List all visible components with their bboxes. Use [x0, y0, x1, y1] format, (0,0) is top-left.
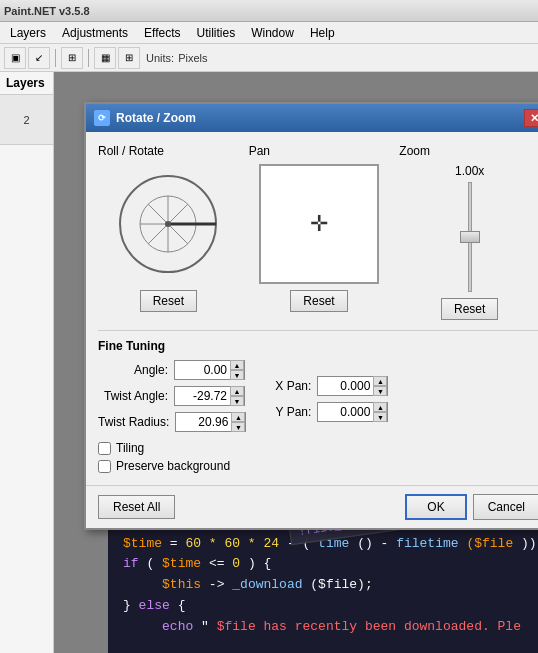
right-field-group: X Pan: ▲ ▼ — [266, 359, 388, 433]
dialog-icon: ⟳ — [94, 110, 110, 126]
menu-bar: Layers Adjustments Effects Utilities Win… — [0, 22, 538, 44]
angle-spin-up[interactable]: ▲ — [230, 360, 244, 370]
roll-rotate-label: Roll / Rotate — [98, 144, 164, 158]
layers-panel: Layers 2 — [0, 72, 54, 653]
dialog-title-bar: ⟳ Rotate / Zoom ✕ — [86, 104, 538, 132]
tiling-checkbox[interactable] — [98, 442, 111, 455]
layer-item-2[interactable]: 2 — [0, 95, 53, 145]
toolbar-sep-1 — [55, 49, 56, 67]
x-pan-label: X Pan: — [266, 379, 311, 393]
angle-input[interactable] — [175, 361, 230, 379]
toolbar-btn-grid[interactable]: ▦ — [94, 47, 116, 69]
preserve-bg-label: Preserve background — [116, 459, 230, 473]
twist-radius-input[interactable] — [176, 413, 231, 431]
menu-utilities[interactable]: Utilities — [189, 24, 244, 42]
x-pan-spin-up[interactable]: ▲ — [373, 376, 387, 386]
zoom-slider-container[interactable] — [456, 182, 484, 292]
toolbar: ▣ ↙ ⊞ ▦ ⊞ Units: Pixels — [0, 44, 538, 72]
dialog-close-button[interactable]: ✕ — [524, 109, 538, 127]
twist-angle-row: Twist Angle: ▲ ▼ — [98, 385, 246, 407]
pan-section: Pan ✛ Reset — [249, 144, 390, 320]
dialog-footer: Reset All OK Cancel — [86, 485, 538, 528]
angle-spin: ▲ ▼ — [230, 360, 244, 380]
app-title: Paint.NET v3.5.8 — [4, 5, 90, 17]
toolbar-btn-1[interactable]: ▣ — [4, 47, 26, 69]
rotate-circle-container[interactable] — [108, 164, 228, 284]
preserve-bg-checkbox[interactable] — [98, 460, 111, 473]
roll-rotate-reset-button[interactable]: Reset — [140, 290, 197, 312]
fine-tuning-section: Fine Tuning Angle: ▲ — [98, 330, 538, 473]
angle-spin-down[interactable]: ▼ — [230, 370, 244, 380]
pixels-label: Pixels — [178, 52, 207, 64]
pan-area[interactable]: ✛ — [259, 164, 379, 284]
y-pan-spin-down[interactable]: ▼ — [373, 412, 387, 422]
layers-panel-label: Layers — [0, 72, 53, 95]
pan-crosshair-icon: ✛ — [310, 211, 328, 237]
rotate-circle-svg[interactable] — [113, 169, 223, 279]
twist-angle-spin: ▲ ▼ — [230, 386, 244, 406]
x-pan-spin-down[interactable]: ▼ — [373, 386, 387, 396]
cancel-button[interactable]: Cancel — [473, 494, 538, 520]
twist-angle-spin-down[interactable]: ▼ — [230, 396, 244, 406]
menu-effects[interactable]: Effects — [136, 24, 188, 42]
zoom-controls: 1.00x — [455, 164, 484, 292]
y-pan-input-wrap: ▲ ▼ — [317, 402, 388, 422]
ok-button[interactable]: OK — [405, 494, 466, 520]
menu-window[interactable]: Window — [243, 24, 302, 42]
twist-angle-spin-up[interactable]: ▲ — [230, 386, 244, 396]
footer-right: OK Cancel — [405, 494, 538, 520]
rotate-zoom-dialog: ⟳ Rotate / Zoom ✕ Roll / Rotate — [84, 102, 538, 530]
footer-left: Reset All — [98, 495, 175, 519]
preserve-bg-row: Preserve background — [98, 459, 538, 473]
fine-tuning-label: Fine Tuning — [98, 339, 538, 353]
tiling-row: Tiling — [98, 441, 538, 455]
zoom-reset-button[interactable]: Reset — [441, 298, 498, 320]
angle-input-wrap: ▲ ▼ — [174, 360, 245, 380]
toolbar-btn-grid2[interactable]: ⊞ — [118, 47, 140, 69]
reset-all-button[interactable]: Reset All — [98, 495, 175, 519]
twist-angle-input[interactable] — [175, 387, 230, 405]
menu-help[interactable]: Help — [302, 24, 343, 42]
toolbar-btn-2[interactable]: ↙ — [28, 47, 50, 69]
toolbar-sep-2 — [88, 49, 89, 67]
twist-radius-input-wrap: ▲ ▼ — [175, 412, 246, 432]
twist-angle-input-wrap: ▲ ▼ — [174, 386, 245, 406]
twist-radius-spin-up[interactable]: ▲ — [231, 412, 245, 422]
x-pan-row: X Pan: ▲ ▼ — [266, 375, 388, 397]
code-line-6: } else { — [123, 596, 523, 617]
angle-label: Angle: — [98, 363, 168, 377]
twist-radius-row: Twist Radius: ▲ ▼ — [98, 411, 246, 433]
dialog-sections-row: Roll / Rotate — [98, 144, 538, 320]
fields-row: Angle: ▲ ▼ — [98, 359, 538, 433]
zoom-value: 1.00x — [455, 164, 484, 178]
twist-radius-label: Twist Radius: — [98, 415, 169, 429]
main-area: Layers 2 ); !file_exists($file) || files… — [0, 72, 538, 653]
dialog-body: Roll / Rotate — [86, 132, 538, 485]
menu-layers[interactable]: Layers — [2, 24, 54, 42]
toolbar-btn-window[interactable]: ⊞ — [61, 47, 83, 69]
dialog-overlay: ⟳ Rotate / Zoom ✕ Roll / Rotate — [84, 102, 538, 530]
zoom-slider-thumb[interactable] — [460, 231, 480, 243]
y-pan-spin-up[interactable]: ▲ — [373, 402, 387, 412]
code-line-4: if ( $time <= 0 ) { — [123, 554, 523, 575]
pan-label: Pan — [249, 144, 270, 158]
zoom-section: Zoom 1.00x Reset — [399, 144, 538, 320]
pan-reset-button[interactable]: Reset — [290, 290, 347, 312]
roll-rotate-section: Roll / Rotate — [98, 144, 239, 320]
units-label: Units: — [146, 52, 174, 64]
x-pan-input-wrap: ▲ ▼ — [317, 376, 388, 396]
canvas-area: ); !file_exists($file) || filesize($file… — [54, 72, 538, 653]
code-line-7: echo " $file has recently been downloade… — [123, 617, 523, 638]
twist-radius-spin: ▲ ▼ — [231, 412, 245, 432]
title-bar: Paint.NET v3.5.8 — [0, 0, 538, 22]
y-pan-label: Y Pan: — [266, 405, 311, 419]
x-pan-input[interactable] — [318, 377, 373, 395]
left-field-group: Angle: ▲ ▼ — [98, 359, 246, 433]
twist-radius-spin-down[interactable]: ▼ — [231, 422, 245, 432]
layer-number: 2 — [23, 114, 29, 126]
y-pan-input[interactable] — [318, 403, 373, 421]
y-pan-spin: ▲ ▼ — [373, 402, 387, 422]
menu-adjustments[interactable]: Adjustments — [54, 24, 136, 42]
zoom-label: Zoom — [399, 144, 430, 158]
twist-angle-label: Twist Angle: — [98, 389, 168, 403]
